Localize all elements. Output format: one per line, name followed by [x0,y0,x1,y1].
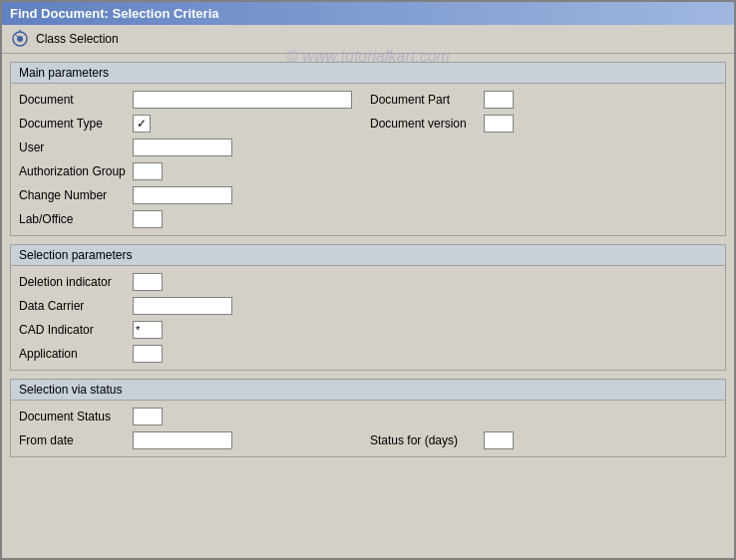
user-input[interactable] [133,139,232,156]
title-bar: Find Document: Selection Criteria [2,2,734,25]
document-col-left: Document [19,91,366,109]
status-for-days-col-right: Status for (days) [370,431,717,449]
change-number-input[interactable] [133,186,232,204]
status-for-days-label: Status for (days) [370,433,480,447]
change-number-row: Change Number [19,185,717,205]
document-status-label: Document Status [19,410,129,423]
document-status-input[interactable] [133,408,163,425]
selection-parameters-body: Deletion indicator Data Carrier CAD Indi… [11,266,725,370]
lab-office-row: Lab/Office [19,209,717,229]
data-carrier-label: Data Carrier [19,299,129,313]
application-row: Application [19,344,717,364]
user-label: User [19,140,129,154]
from-date-input[interactable] [133,431,232,449]
from-date-col-left: From date [19,431,366,449]
main-window: Find Document: Selection Criteria Class … [0,0,736,560]
document-part-col-right: Document Part [370,91,717,109]
authorization-group-input[interactable] [133,162,163,180]
deletion-indicator-input[interactable] [133,273,163,291]
from-date-row: From date Status for (days) [19,430,717,450]
toolbar: Class Selection © www.tutorialkart.com [2,25,734,54]
selection-parameters-header: Selection parameters [11,245,725,266]
cad-indicator-label: CAD Indicator [19,323,129,337]
from-date-label: From date [19,433,129,447]
document-part-input[interactable] [484,91,514,109]
main-parameters-header: Main parameters [11,63,725,84]
class-selection-icon [10,29,30,49]
cad-indicator-input[interactable] [133,321,163,339]
document-status-row: Document Status [19,407,717,426]
selection-parameters-section: Selection parameters Deletion indicator … [10,244,726,371]
cad-indicator-row: CAD Indicator [19,320,717,340]
lab-office-label: Lab/Office [19,212,129,226]
application-input[interactable] [133,345,163,363]
document-type-row: Document Type ✓ Document version [19,114,717,134]
authorization-group-label: Authorization Group [19,164,129,178]
data-carrier-input[interactable] [133,297,232,315]
change-number-label: Change Number [19,188,129,202]
deletion-indicator-row: Deletion indicator [19,272,717,292]
content-area: Main parameters Document Document Part D… [2,54,734,558]
toolbar-label: Class Selection [36,32,119,46]
document-version-input[interactable] [484,115,514,133]
document-version-label: Document version [370,117,480,131]
document-row: Document Document Part [19,90,717,110]
authorization-group-row: Authorization Group [19,161,717,181]
deletion-indicator-label: Deletion indicator [19,275,129,289]
lab-office-input[interactable] [133,210,163,228]
data-carrier-row: Data Carrier [19,296,717,316]
main-parameters-body: Document Document Part Document Type ✓ D… [11,84,725,235]
document-type-col-left: Document Type ✓ [19,115,366,133]
document-part-label: Document Part [370,93,480,107]
window-title: Find Document: Selection Criteria [10,6,218,21]
selection-via-status-body: Document Status From date Status for (da… [11,401,725,456]
document-type-checkbox[interactable]: ✓ [133,115,151,133]
application-label: Application [19,347,129,361]
document-type-label: Document Type [19,117,129,131]
document-label: Document [19,93,129,107]
document-version-col-right: Document version [370,115,717,133]
selection-via-status-section: Selection via status Document Status Fro… [10,379,726,457]
selection-via-status-header: Selection via status [11,380,725,401]
status-for-days-input[interactable] [484,431,514,449]
document-input[interactable] [133,91,352,109]
main-parameters-section: Main parameters Document Document Part D… [10,62,726,236]
user-row: User [19,138,717,157]
